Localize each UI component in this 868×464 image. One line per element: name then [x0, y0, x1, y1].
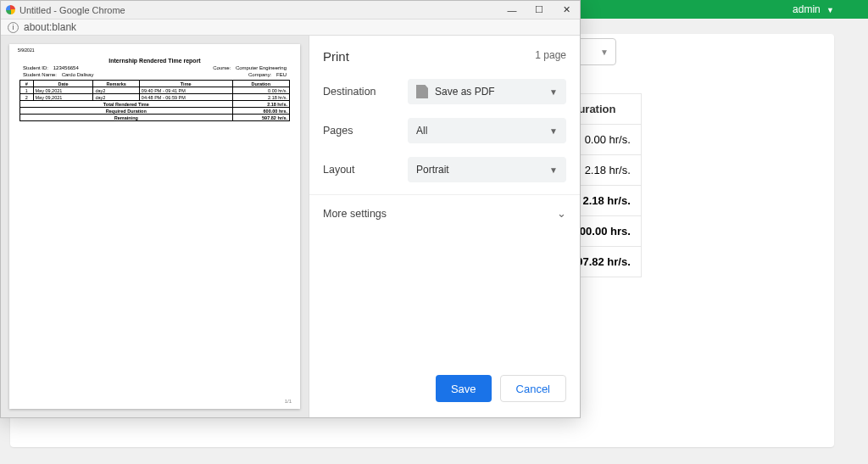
caret-down-icon: ▼: [826, 6, 834, 14]
preview-page-number: 1/1: [285, 399, 292, 404]
pv-name: Cardo Dalisay: [62, 72, 94, 77]
preview-date: 5/9/2021: [18, 48, 34, 53]
pv-course-label: Course:: [213, 65, 231, 70]
user-menu[interactable]: admin ▼: [793, 3, 834, 15]
pv-cell: 2.18 hr/s.: [232, 94, 289, 101]
layout-label: Layout: [323, 164, 408, 176]
pv-sum-label: Remaining: [20, 115, 233, 121]
save-button[interactable]: Save: [436, 375, 492, 402]
pages-select[interactable]: All ▼: [408, 118, 566, 143]
pages-value: All: [416, 125, 427, 137]
close-button[interactable]: ✕: [553, 1, 580, 20]
layout-value: Portrait: [416, 164, 449, 176]
pv-cell: day2: [93, 94, 139, 101]
pv-cell: May 09,2021: [33, 87, 93, 94]
pv-name-label: Student Name:: [23, 72, 57, 77]
print-settings-pane: Print 1 page Destination Save as PDF ▼ P…: [309, 36, 580, 417]
more-settings-toggle[interactable]: More settings ⌄: [309, 194, 580, 232]
pv-h-n: #: [20, 81, 34, 87]
window-title: Untitled - Google Chrome: [19, 5, 125, 15]
pages-label: Pages: [323, 125, 408, 137]
preview-page: 5/9/2021 Internship Rendered Time report…: [9, 44, 300, 409]
pv-cell: 04:48 PM - 06:59 PM: [139, 94, 232, 101]
caret-down-icon: ▼: [549, 165, 558, 175]
site-info-icon[interactable]: i: [8, 22, 19, 33]
preview-table: # Date Remarks Time Duration 1 May 09,20…: [19, 80, 290, 121]
page-count: 1 page: [535, 49, 566, 64]
destination-label: Destination: [323, 86, 408, 98]
url-text: about:blank: [24, 21, 76, 33]
pv-cell: 09:40 PM - 09:41 PM: [139, 87, 232, 94]
maximize-button[interactable]: ☐: [526, 1, 553, 20]
pv-company-label: Company:: [248, 72, 271, 77]
more-settings-label: More settings: [323, 208, 387, 220]
chrome-icon: [6, 5, 15, 14]
preview-title: Internship Rendered Time report: [19, 58, 290, 64]
pv-cell: 0.00 hr/s.: [232, 87, 289, 94]
window-titlebar[interactable]: Untitled - Google Chrome — ☐ ✕: [1, 1, 580, 20]
print-title: Print: [323, 49, 349, 64]
pv-h-duration: Duration: [232, 81, 289, 87]
pv-course: Computer Engineering: [236, 65, 287, 70]
pv-sum-label: Required Duration: [20, 108, 233, 115]
pv-cell: 1: [20, 87, 34, 94]
caret-down-icon: ▼: [549, 126, 558, 136]
pv-sum-val: 600.00 hrs.: [232, 108, 289, 115]
table-row: 1 May 09,2021 day2 09:40 PM - 09:41 PM 0…: [20, 87, 290, 94]
url-bar[interactable]: i about:blank: [1, 20, 580, 36]
cancel-button[interactable]: Cancel: [500, 375, 566, 402]
caret-down-icon: ▼: [549, 87, 558, 97]
layout-select[interactable]: Portrait ▼: [408, 157, 566, 182]
pv-sid: 123456654: [53, 65, 79, 70]
chevron-down-icon: ⌄: [557, 207, 566, 220]
pv-cell: day2: [93, 87, 139, 94]
destination-select[interactable]: Save as PDF ▼: [408, 79, 566, 104]
pv-sum-label: Total Rendered Time: [20, 101, 233, 108]
pv-cell: May 09,2021: [33, 94, 93, 101]
pdf-icon: [416, 85, 428, 98]
user-name: admin: [793, 3, 821, 15]
pv-sum-val: 597.82 hr/s.: [232, 115, 289, 121]
print-preview-pane[interactable]: 5/9/2021 Internship Rendered Time report…: [1, 36, 309, 417]
pv-h-remarks: Remarks: [93, 81, 139, 87]
pv-company: FEU: [276, 72, 287, 77]
pv-cell: 2: [20, 94, 34, 101]
pv-h-time: Time: [139, 81, 232, 87]
pv-sid-label: Student ID:: [23, 65, 48, 70]
chrome-print-window: Untitled - Google Chrome — ☐ ✕ i about:b…: [0, 0, 581, 418]
destination-value: Save as PDF: [435, 86, 495, 98]
table-row: 2 May 09,2021 day2 04:48 PM - 06:59 PM 2…: [20, 94, 290, 101]
pv-sum-val: 2.18 hr/s.: [232, 101, 289, 108]
minimize-button[interactable]: —: [498, 1, 526, 20]
pv-h-date: Date: [33, 81, 93, 87]
caret-down-icon: ▼: [600, 48, 609, 57]
